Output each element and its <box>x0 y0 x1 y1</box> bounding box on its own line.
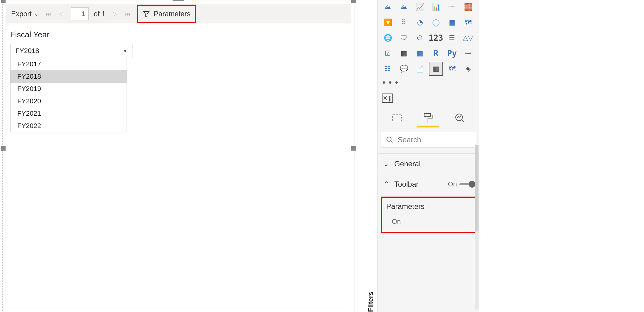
chevron-down-icon: ⌄ <box>383 160 389 168</box>
general-label: General <box>394 160 420 168</box>
viz-waterfall-icon[interactable]: 🧱 <box>461 0 475 14</box>
chevron-up-icon: ⌃ <box>383 180 389 189</box>
report-canvas: Export ⌄ ⏮ ◁ 1 of 1 ▷ ⏭ Parameters Fisca… <box>2 0 354 312</box>
search-placeholder: Search <box>398 135 421 144</box>
viz-matrix-icon[interactable]: ▦ <box>413 46 427 60</box>
export-label: Export <box>11 10 31 18</box>
viz-scatter-icon[interactable]: ⠿ <box>397 15 411 30</box>
viz-python-icon[interactable]: Py <box>445 46 459 60</box>
analytics-icon <box>455 113 465 123</box>
svg-rect-1 <box>424 114 430 117</box>
dropdown-option[interactable]: FY2022 <box>10 120 127 132</box>
resize-handle-top-right[interactable] <box>351 0 356 3</box>
analytics-tab[interactable] <box>453 111 466 125</box>
last-page-button[interactable]: ⏭ <box>122 11 133 17</box>
filter-icon <box>143 10 150 18</box>
svg-point-3 <box>387 137 391 141</box>
parameters-property-label: Parameters <box>386 202 470 211</box>
first-page-button[interactable]: ⏮ <box>44 11 54 17</box>
dropdown-caret-icon: ▼ <box>123 48 127 53</box>
report-body: Fiscal Year FY2018 ▼ FY2017 FY2018 FY201… <box>6 24 351 309</box>
fields-tab[interactable] <box>390 111 404 125</box>
viz-paginated-report-icon[interactable]: ▥ <box>429 62 443 76</box>
viz-kpi-icon[interactable]: △▽ <box>461 31 475 45</box>
fiscal-year-dropdown[interactable]: FY2018 ▼ <box>10 44 132 58</box>
visualizations-pane: ⛰ ⛰ 📈 📊 〰 🧱 🔽 ⠿ ◔ ◯ ▦ 🗺 🌐 🛡 ⏲ 123 ☰ △▽ ☑… <box>377 0 479 312</box>
dropdown-option[interactable]: FY2018 <box>10 70 127 83</box>
dropdown-option[interactable]: FY2020 <box>10 95 127 107</box>
viz-pie-icon[interactable]: ◔ <box>413 15 427 30</box>
viz-arcgis-icon[interactable]: 🗺 <box>445 62 459 76</box>
viz-table-icon[interactable]: ▦ <box>397 46 411 60</box>
next-page-button[interactable]: ▷ <box>111 10 120 17</box>
toolbar-toggle-state: On <box>448 180 457 188</box>
viz-treemap-icon[interactable]: ▦ <box>445 15 459 30</box>
viz-area-chart-icon[interactable]: ⛰ <box>381 0 395 14</box>
format-tab[interactable] <box>421 111 435 125</box>
viz-stacked-area-icon[interactable]: ⛰ <box>397 0 411 14</box>
scrollbar-thumb[interactable] <box>475 145 479 231</box>
toolbar-section-header[interactable]: ⌃ Toolbar On <box>378 174 479 194</box>
viz-funnel-icon[interactable]: 🔽 <box>381 15 395 30</box>
toolbar-section-label: Toolbar <box>394 180 419 189</box>
viz-line-chart-icon[interactable]: 📈 <box>413 0 427 14</box>
viz-decomposition-icon[interactable]: ☷ <box>381 62 395 76</box>
search-icon <box>386 136 393 144</box>
viz-filled-map-icon[interactable]: 🌐 <box>381 31 395 45</box>
viz-gauge-icon[interactable]: ⏲ <box>413 31 427 45</box>
viz-qa-icon[interactable]: 💬 <box>397 62 411 76</box>
paint-roller-icon <box>424 113 433 123</box>
viz-multi-card-icon[interactable]: ☰ <box>445 31 459 45</box>
toolbar-toggle[interactable]: On <box>448 180 474 188</box>
page-of-label: of 1 <box>94 10 105 18</box>
export-button[interactable]: Export ⌄ <box>9 8 41 20</box>
page-number-input[interactable]: 1 <box>71 7 89 20</box>
chevron-down-icon: ⌄ <box>34 10 39 17</box>
fields-tab-icon <box>392 114 402 122</box>
svg-rect-0 <box>393 115 401 121</box>
viz-donut-icon[interactable]: ◯ <box>429 15 443 30</box>
prev-page-button[interactable]: ◁ <box>56 10 66 17</box>
more-visuals-button[interactable]: • • • <box>378 77 479 90</box>
page-current: 1 <box>82 10 85 18</box>
viz-combo-chart-icon[interactable]: 📊 <box>429 0 443 14</box>
viz-slicer-icon[interactable]: ☑ <box>381 46 395 60</box>
viz-shape-map-icon[interactable]: 🛡 <box>397 31 411 45</box>
visualization-gallery: ⛰ ⛰ 📈 📊 〰 🧱 🔽 ⠿ ◔ ◯ ▦ 🗺 🌐 🛡 ⏲ 123 ☰ △▽ ☑… <box>378 0 479 77</box>
parameters-button[interactable]: Parameters <box>137 5 196 23</box>
svg-point-2 <box>456 114 462 121</box>
filters-label: Filters <box>367 2 375 312</box>
resize-handle-top-left[interactable] <box>1 0 6 3</box>
fiscal-year-dropdown-list: FY2017 FY2018 FY2019 FY2020 FY2021 FY202… <box>10 58 127 132</box>
dropdown-selected-value: FY2018 <box>15 47 39 55</box>
viz-map-icon[interactable]: 🗺 <box>461 15 475 30</box>
format-tabs <box>378 103 479 125</box>
parameters-property-card: Parameters On <box>381 197 476 233</box>
parameter-title: Fiscal Year <box>10 30 347 40</box>
dropdown-option[interactable]: FY2017 <box>10 58 127 70</box>
viz-card-icon[interactable]: 123 <box>429 31 443 45</box>
resize-handle-mid-right[interactable] <box>351 146 356 151</box>
filters-pane-collapsed[interactable]: Filters <box>364 0 377 312</box>
viz-powerapps-icon[interactable]: ◈ <box>461 62 475 76</box>
general-section-header[interactable]: ⌄ General <box>378 153 479 174</box>
format-pane-scrollbar[interactable] <box>475 145 479 310</box>
parameters-toggle-state: On <box>392 218 401 226</box>
report-toolbar: Export ⌄ ⏮ ◁ 1 of 1 ▷ ⏭ Parameters <box>6 4 351 23</box>
remove-visual-button[interactable]: ✕❙ <box>382 94 393 103</box>
viz-ribbon-chart-icon[interactable]: 〰 <box>445 0 459 14</box>
move-grip[interactable] <box>173 0 184 1</box>
parameters-toggle[interactable]: On <box>386 218 470 226</box>
viz-r-script-icon[interactable]: R <box>429 46 443 60</box>
dropdown-option[interactable]: FY2021 <box>10 107 127 120</box>
viz-key-influencers-icon[interactable]: ⊶ <box>461 46 475 60</box>
resize-handle-mid-left[interactable] <box>1 146 6 151</box>
format-search-input[interactable]: Search <box>381 132 476 148</box>
parameters-label: Parameters <box>154 10 190 18</box>
dropdown-option[interactable]: FY2019 <box>10 83 127 95</box>
viz-narrative-icon[interactable]: 📄 <box>413 62 427 76</box>
